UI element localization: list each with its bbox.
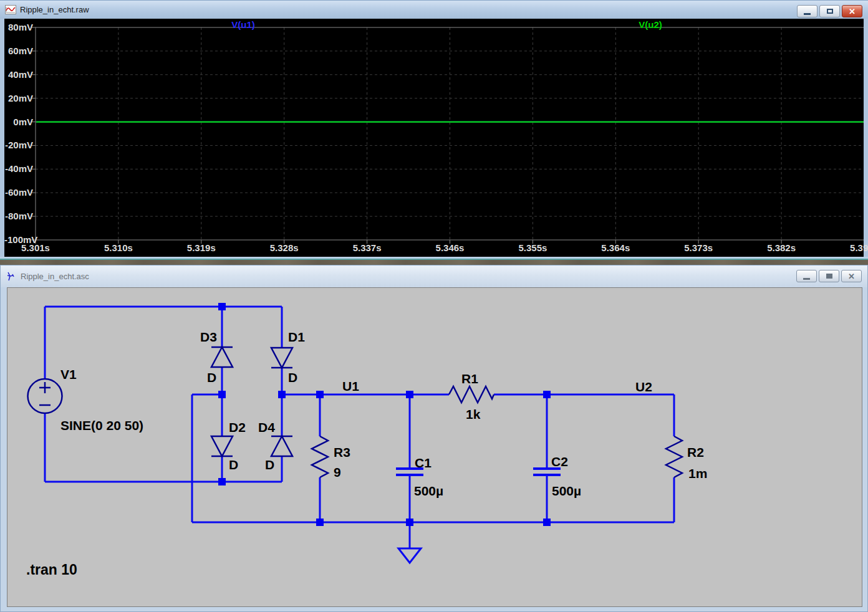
ground-symbol[interactable] xyxy=(398,548,421,563)
maximize-button[interactable] xyxy=(819,270,839,282)
c1-value-label[interactable]: 500µ xyxy=(414,484,443,498)
spice-directive[interactable]: .tran 10 xyxy=(26,562,77,578)
waveform-window: Ripple_in_echt.raw ✕ 80mV60mV40mV20mV0mV… xyxy=(0,0,868,257)
d1-ref-label[interactable]: D1 xyxy=(288,330,305,344)
minimize-icon xyxy=(804,13,811,15)
r1-ref-label[interactable]: R1 xyxy=(461,371,478,386)
minimize-button[interactable] xyxy=(797,5,817,17)
component-r3[interactable] xyxy=(312,436,328,477)
close-button[interactable]: ✕ xyxy=(841,270,862,282)
component-d2[interactable] xyxy=(211,436,233,456)
v1-value-label[interactable]: SINE(0 20 50) xyxy=(60,418,143,433)
close-icon: ✕ xyxy=(849,7,856,16)
net-label-u2[interactable]: U2 xyxy=(635,380,652,394)
legend-v-u2-[interactable]: V(u2) xyxy=(613,19,688,30)
waveform-plot xyxy=(4,19,864,257)
d2-model-label[interactable]: D xyxy=(229,457,238,472)
close-button[interactable]: ✕ xyxy=(842,5,862,17)
maximize-icon xyxy=(826,274,832,279)
d3-model-label[interactable]: D xyxy=(207,370,216,385)
d4-model-label[interactable]: D xyxy=(265,457,274,472)
r3-value-label[interactable]: 9 xyxy=(334,465,341,479)
d3-ref-label[interactable]: D3 xyxy=(200,330,217,344)
component-r1[interactable] xyxy=(449,386,494,403)
component-d4[interactable] xyxy=(271,436,292,456)
v1-ref-label[interactable]: V1 xyxy=(60,367,77,381)
d1-model-label[interactable]: D xyxy=(288,370,297,385)
component-c2[interactable] xyxy=(533,469,561,475)
waveform-file-icon[interactable] xyxy=(5,5,16,14)
minimize-icon xyxy=(803,278,810,280)
c2-ref-label[interactable]: C2 xyxy=(551,454,568,469)
r3-ref-label[interactable]: R3 xyxy=(334,445,350,459)
c2-value-label[interactable]: 500µ xyxy=(552,484,581,498)
plot-area[interactable]: 80mV60mV40mV20mV0mV-20mV-40mV-60mV-80mV-… xyxy=(4,19,864,257)
desktop-background xyxy=(0,260,868,265)
component-r2[interactable] xyxy=(666,436,682,477)
maximize-icon xyxy=(827,9,833,14)
schematic-titlebar[interactable]: Ripple_in_echt.asc ✕ xyxy=(1,265,867,287)
r2-value-label[interactable]: 1m xyxy=(688,466,707,481)
minimize-button[interactable] xyxy=(796,270,817,282)
waveform-window-title: Ripple_in_echt.raw xyxy=(20,5,89,14)
maximize-button[interactable] xyxy=(819,5,840,17)
close-icon: ✕ xyxy=(848,272,855,280)
schematic-window: Ripple_in_echt.asc ✕ xyxy=(0,265,868,612)
schematic-canvas[interactable]: V1 SINE(0 20 50) D3 D D1 D D2 D D4 D U1 … xyxy=(7,287,862,607)
waveform-titlebar[interactable]: Ripple_in_echt.raw ✕ xyxy=(0,0,868,19)
r2-ref-label[interactable]: R2 xyxy=(687,445,704,459)
schematic-file-icon[interactable] xyxy=(6,272,17,281)
d4-ref-label[interactable]: D4 xyxy=(258,420,275,434)
schematic-window-title: Ripple_in_echt.asc xyxy=(21,272,89,281)
legend-v-u1-[interactable]: V(u1) xyxy=(206,19,281,30)
r1-value-label[interactable]: 1k xyxy=(466,407,481,421)
component-d1[interactable] xyxy=(271,348,292,368)
c1-ref-label[interactable]: C1 xyxy=(415,456,432,470)
component-d3[interactable] xyxy=(211,347,233,367)
component-v1[interactable] xyxy=(28,379,62,413)
net-label-u1[interactable]: U1 xyxy=(342,379,359,393)
d2-ref-label[interactable]: D2 xyxy=(229,420,246,434)
junction-dots xyxy=(218,303,551,526)
